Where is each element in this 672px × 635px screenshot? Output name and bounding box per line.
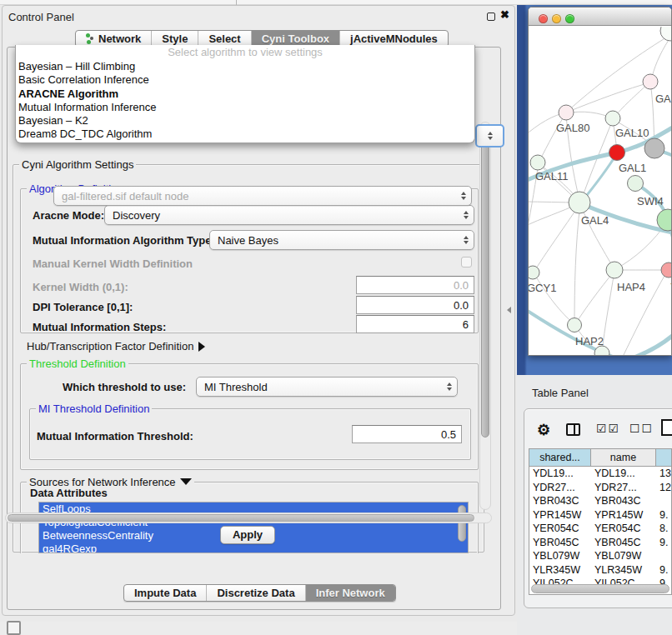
columns-icon[interactable] [566,423,580,436]
tab-discretize-data[interactable]: Discretize Data [207,585,305,601]
close-traffic-light[interactable] [539,14,548,23]
mi-type-value: Naive Bayes [210,234,459,247]
table-cell: YPR145W [529,508,591,522]
aracne-mode-label: Aracne Mode: [33,209,104,222]
manual-kernel-label: Manual Kernel Width Definition [33,258,193,270]
network-edge [602,271,614,352]
table-cell: 9. [656,508,672,522]
table-cell: YBR043C [591,494,656,508]
hub-factor-expander[interactable]: Hub/Transcription Factor Definition [27,340,205,352]
table-row[interactable]: YDR27...YDR27...12 [529,481,671,495]
node-label-swi4: SWI4 [637,195,664,208]
network-node[interactable] [559,105,574,120]
network-node[interactable] [569,192,590,213]
table-cell: YDR27... [529,481,591,495]
table-row[interactable]: YBL079WYBL079W [529,549,671,563]
mi-threshold-field[interactable]: 0.5 [352,425,462,443]
network-node[interactable] [568,318,582,332]
network-node[interactable] [530,155,545,170]
table-cell: YBR045C [591,536,656,550]
network-node[interactable] [606,262,623,278]
checked-boxes-icon[interactable]: ☑☑ [596,422,620,435]
network-node[interactable] [643,74,658,89]
algorithm-option-dream8-dc-tdc-algorithm[interactable]: Dream8 DC_TDC Algorithm [16,128,474,141]
algorithm-option-mutual-information-inference[interactable]: Mutual Information Inference [16,101,474,114]
table-cell: YBL079W [591,549,656,563]
dpi-tolerance-field[interactable]: 0.0 [356,296,474,314]
mi-steps-field[interactable]: 6 [356,315,474,333]
kernel-width-field[interactable]: 0.0 [356,276,474,294]
hub-factor-label: Hub/Transcription Factor Definition [27,340,193,352]
table-cell: 9. [656,563,672,578]
stepper-arrows-icon [459,236,474,244]
network-node[interactable] [605,111,620,126]
panel-splitter-icon[interactable] [507,307,511,313]
inference-algorithm-combo-stepper[interactable] [475,124,504,148]
table-horizontal-scrollbar[interactable] [531,584,669,593]
which-threshold-label: Which threshold to use: [63,381,186,393]
table-cell: YDR27... [591,481,656,495]
table-cell: YER054C [529,522,591,536]
stepper-arrows-icon [483,132,498,140]
network-node[interactable] [609,145,625,161]
table-data-combo[interactable]: gal-filtered.sif default node [53,186,472,206]
aracne-mode-combo[interactable]: Discovery [104,205,474,225]
network-window[interactable]: GALGAL80GAL10GAL1GAL11SWI4GAL4HAP4YGCY1H… [528,7,672,356]
tab-label: Style [162,32,188,45]
tab-infer-network[interactable]: Infer Network [306,585,395,601]
settings-vertical-scrollbar[interactable] [479,122,491,510]
table-row[interactable]: YBR043CYBR043C [529,494,671,508]
algorithm-option-aracne-algorithm[interactable]: ARACNE Algorithm [16,88,474,101]
network-node[interactable] [529,266,539,279]
unchecked-boxes-icon[interactable]: ☐☐ [629,422,654,435]
manual-kernel-checkbox[interactable] [461,257,472,268]
table-row[interactable]: YBR045CYBR045C9. [529,536,671,550]
table-cell: 9. [656,536,672,550]
network-graph: GALGAL80GAL10GAL1GAL11SWI4GAL4HAP4YGCY1H… [529,27,672,356]
float-window-icon[interactable] [487,12,495,21]
algorithm-dropdown-popup: Select algorithm to view settings Bayesi… [15,45,475,143]
node-label-gcy1: GCY1 [529,282,556,294]
table-row[interactable]: YPR145WYPR145W9. [529,508,671,522]
column-header-clipped[interactable] [656,449,672,466]
zoom-traffic-light[interactable] [565,14,574,23]
table-cell: YDL19... [529,467,591,481]
bottom-tab-bar: Impute DataDiscretize DataInfer Network [123,584,396,602]
network-canvas[interactable]: GALGAL80GAL10GAL1GAL11SWI4GAL4HAP4YGCY1H… [529,27,672,356]
table-cell: 12 [656,481,672,495]
node-label-gal: GAL [655,92,672,105]
network-icon [86,33,95,44]
table-row[interactable]: YER054CYER054C8. [529,522,671,536]
table-row[interactable]: YDL19...YDL19...13 [529,467,671,481]
apply-button[interactable]: Apply [220,526,275,544]
network-node[interactable] [644,138,664,158]
column-header-name[interactable]: name [591,449,656,466]
node-label-gal4: GAL4 [581,214,609,227]
algorithm-option-basic-correlation-inference[interactable]: Basic Correlation Inference [16,73,474,87]
mi-threshold-group-title: MI Threshold Definition [36,402,152,415]
network-node[interactable] [661,262,672,278]
table-header-row: shared...name [529,449,671,467]
document-icon[interactable] [661,419,672,436]
mi-steps-label: Mutual Information Steps: [33,321,166,333]
network-edge [539,113,566,162]
scrollbar-thumb[interactable] [8,514,474,522]
scrollbar-thumb[interactable] [481,124,489,438]
network-window-titlebar[interactable] [529,8,671,26]
table-row[interactable]: YLR345WYLR345W9. [529,563,671,578]
node-label-hap4: HAP4 [617,281,645,293]
mi-type-combo[interactable]: Naive Bayes [209,230,474,250]
algorithm-option-bayesian-k2[interactable]: Bayesian – K2 [16,114,474,128]
which-threshold-combo[interactable]: MI Threshold [196,377,458,397]
minimize-traffic-light[interactable] [552,14,561,23]
list-scrollbar[interactable] [458,505,466,542]
close-icon[interactable]: ✖ [500,8,509,21]
column-header-shared[interactable]: shared... [529,449,591,466]
network-node[interactable] [660,27,672,41]
network-node[interactable] [628,176,644,192]
algorithm-option-bayesian-hill-climbing[interactable]: Bayesian – Hill Climbing [16,60,474,73]
collapsed-panel-button[interactable] [7,621,21,635]
settings-horizontal-scrollbar[interactable] [5,512,492,523]
gear-icon[interactable]: ⚙ [537,421,550,439]
tab-impute-data[interactable]: Impute Data [124,585,207,601]
